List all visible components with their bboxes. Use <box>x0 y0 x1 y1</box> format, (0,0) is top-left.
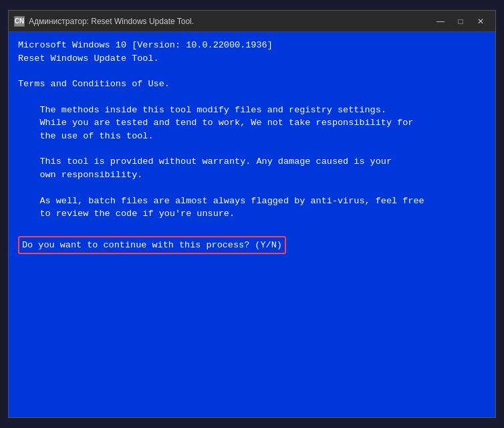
close-button[interactable]: ✕ <box>471 14 490 29</box>
console-blank-5 <box>18 221 486 233</box>
console-line-4: The methods inside this tool modify file… <box>18 104 486 117</box>
maximize-button[interactable]: □ <box>451 14 470 29</box>
minimize-button[interactable]: — <box>431 14 450 29</box>
console-line-5: While you are tested and tend to work, W… <box>18 116 486 130</box>
console-line-10: to review the code if you're unsure. <box>18 207 486 221</box>
title-bar-controls: — □ ✕ <box>431 14 490 29</box>
window-title: Администратор: Reset Windows Update Tool… <box>29 17 431 26</box>
console-blank-1 <box>18 65 486 78</box>
prompt-text[interactable]: Do you want to continue with this proces… <box>22 240 282 250</box>
console-line-1: Microsoft Windows 10 [Version: 10.0.2200… <box>18 39 486 52</box>
console-line-9: As well, batch files are almost always f… <box>18 195 486 208</box>
console-blank-2 <box>18 91 486 104</box>
window-icon: CN <box>14 16 25 27</box>
prompt-highlight-box: Do you want to continue with this proces… <box>18 236 286 255</box>
main-window: CN Администратор: Reset Windows Update T… <box>8 10 496 418</box>
console-line-8: own responsibility. <box>18 169 486 182</box>
title-bar: CN Администратор: Reset Windows Update T… <box>9 11 495 32</box>
console-output: Microsoft Windows 10 [Version: 10.0.2200… <box>9 32 495 417</box>
console-line-6: the use of this tool. <box>18 130 486 143</box>
console-line-7: This tool is provided without warranty. … <box>18 155 486 169</box>
console-line-3: Terms and Conditions of Use. <box>18 78 486 91</box>
console-blank-4 <box>18 182 486 195</box>
console-line-2: Reset Windows Update Tool. <box>18 52 486 66</box>
console-blank-3 <box>18 142 486 155</box>
